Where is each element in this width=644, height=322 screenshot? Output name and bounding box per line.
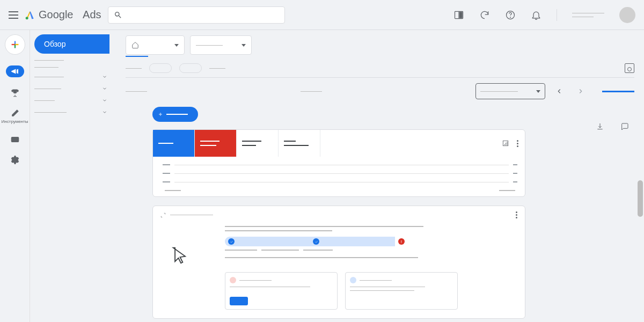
avatar[interactable] (619, 7, 635, 23)
check-icon (313, 238, 319, 245)
create-button[interactable] (5, 34, 25, 55)
svg-rect-3 (459, 12, 463, 18)
next-period-button[interactable] (573, 84, 588, 99)
action-button[interactable] (230, 297, 248, 305)
scroll-thumb[interactable] (638, 180, 643, 217)
cursor-icon (169, 245, 189, 266)
side-item-6[interactable] (34, 109, 116, 115)
filter-chip-1[interactable] (149, 63, 172, 73)
metric-tab-2[interactable] (195, 130, 237, 157)
rail-billing[interactable] (5, 135, 25, 144)
side-item-4[interactable] (34, 86, 116, 91)
svg-point-0 (26, 17, 28, 19)
card-menu-icon[interactable] (516, 211, 517, 218)
side-item-1 (34, 60, 116, 61)
side-item-2 (34, 67, 116, 68)
prev-period-button[interactable] (552, 84, 567, 99)
appearance-icon[interactable] (453, 10, 464, 20)
filter-chips-row (126, 63, 634, 73)
side-item-3[interactable] (34, 74, 116, 79)
chevron-down-icon (102, 98, 107, 103)
main-content: ! (116, 30, 644, 322)
logo-text-ads: Ads (83, 9, 101, 21)
top-actions (453, 7, 635, 23)
overview-button[interactable]: Обзор (34, 34, 109, 54)
metric-tab-4[interactable] (279, 130, 320, 157)
optimization-card: ! (152, 206, 525, 319)
svg-point-5 (510, 17, 511, 17)
save-view-icon[interactable] (625, 63, 634, 73)
check-icon (228, 238, 235, 245)
top-bar: Google Ads (0, 0, 644, 30)
chevron-down-icon (102, 86, 107, 91)
side-panel: Обзор (30, 30, 116, 322)
filter-label (126, 68, 142, 69)
menu-icon[interactable] (9, 11, 18, 19)
expand-icon[interactable] (160, 213, 166, 218)
notifications-icon[interactable] (531, 10, 541, 20)
section-title (126, 91, 147, 92)
metrics-card (152, 129, 525, 197)
date-label (301, 91, 322, 92)
recommendation-card-2[interactable] (345, 272, 458, 310)
scrollbar[interactable] (638, 30, 643, 320)
nav-rail: Инструменты (0, 30, 30, 322)
chevron-down-icon (102, 109, 107, 115)
chart-area (153, 157, 525, 196)
date-range-selector[interactable] (475, 83, 545, 99)
new-campaign-button[interactable] (152, 107, 198, 122)
svg-rect-6 (11, 137, 19, 142)
metric-tab-1[interactable] (153, 130, 195, 157)
search-icon (114, 11, 122, 19)
rail-tools[interactable]: Инструменты (5, 108, 25, 124)
setup-progress: ! (225, 237, 482, 246)
download-icon[interactable] (596, 122, 604, 131)
filter-more[interactable] (209, 68, 225, 69)
account-selector[interactable] (126, 35, 185, 57)
filter-chip-2[interactable] (179, 63, 202, 73)
rail-campaigns[interactable] (5, 65, 25, 77)
search-input[interactable] (108, 6, 285, 24)
recommendation-card-1[interactable] (225, 272, 338, 310)
home-icon (131, 41, 139, 49)
metric-tab-3[interactable] (237, 130, 279, 157)
help-icon[interactable] (505, 10, 516, 20)
refresh-icon[interactable] (479, 10, 490, 20)
active-indicator (602, 91, 634, 92)
rail-admin[interactable] (5, 155, 25, 165)
card-title (170, 215, 213, 215)
card-menu-icon[interactable] (517, 140, 518, 147)
logo-text-google: Google (39, 9, 74, 21)
campaign-selector[interactable] (190, 35, 252, 55)
google-ads-logo[interactable]: Google Ads (25, 9, 101, 21)
side-item-5[interactable] (34, 98, 116, 103)
expand-chart-icon[interactable] (502, 140, 509, 147)
separator (557, 9, 557, 21)
account-label[interactable] (572, 13, 604, 17)
rail-goals[interactable] (5, 88, 25, 98)
chevron-down-icon (102, 74, 107, 79)
alert-icon: ! (398, 238, 405, 245)
feedback-icon[interactable] (620, 122, 629, 131)
